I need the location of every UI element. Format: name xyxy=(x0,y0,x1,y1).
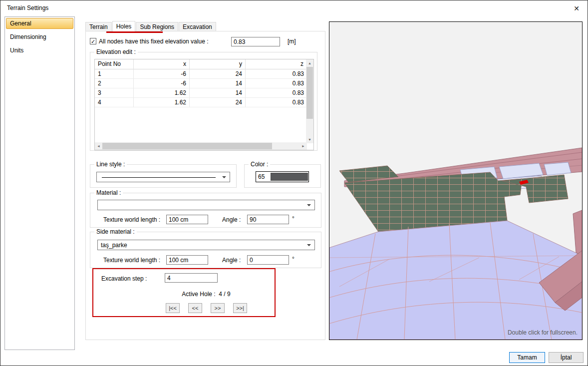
sidebar-item-dimensioning[interactable]: Dimensioning xyxy=(6,31,73,42)
cancel-button[interactable]: İptal xyxy=(549,352,584,363)
material-group: Material : Texture world length : Angle … xyxy=(90,193,321,228)
line-style-combobox[interactable] xyxy=(96,172,230,182)
table-row[interactable]: 1 -6 24 0.83 xyxy=(95,69,307,79)
terrain-3d-scene xyxy=(329,22,582,340)
color-value[interactable]: 65 xyxy=(257,173,271,180)
last-hole-button[interactable]: >>| xyxy=(233,303,247,313)
side-material-title: Side material : xyxy=(94,228,137,235)
elevation-table: Point No x y z 1 -6 24 0.83 2 -6 14 xyxy=(94,59,314,150)
cell[interactable]: 4 xyxy=(95,98,134,107)
excavation-step-label: Excavation step : xyxy=(101,275,147,282)
table-header-row: Point No x y z xyxy=(95,59,307,69)
scroll-up-icon[interactable]: ▲ xyxy=(306,59,313,67)
table-row[interactable]: 3 1.62 14 0.83 xyxy=(95,88,307,98)
cell[interactable]: 1.62 xyxy=(134,88,190,98)
table-row[interactable]: 4 1.62 24 0.83 xyxy=(95,98,307,107)
side-material-angle-unit: ° xyxy=(292,256,294,263)
vertical-scrollbar[interactable]: ▲ ▼ xyxy=(306,59,313,143)
cell[interactable]: 14 xyxy=(190,88,246,98)
scroll-right-icon[interactable]: ► xyxy=(299,142,307,150)
col-header-point-no[interactable]: Point No xyxy=(95,59,134,69)
cell[interactable]: -6 xyxy=(134,79,190,88)
active-hole-label: Active Hole : 4 / 9 xyxy=(141,291,271,298)
color-picker[interactable]: 65 xyxy=(256,171,309,182)
side-material-group: Side material : taş_parke Texture world … xyxy=(90,232,321,268)
cell[interactable]: 1 xyxy=(95,69,134,79)
excavation-nav-highlight: Excavation step : Active Hole : 4 / 9 |<… xyxy=(92,268,276,317)
fixed-elevation-unit: [m] xyxy=(288,38,296,45)
scroll-left-icon[interactable]: ◄ xyxy=(95,142,102,150)
col-header-y[interactable]: y xyxy=(190,59,246,69)
sidebar-item-general[interactable]: General xyxy=(6,18,73,29)
active-tab-underline xyxy=(106,31,163,33)
next-hole-button[interactable]: >> xyxy=(211,303,225,313)
cell[interactable]: 0.83 xyxy=(246,79,307,88)
scroll-down-icon[interactable]: ▼ xyxy=(306,136,313,143)
elevation-grid[interactable]: Point No x y z 1 -6 24 0.83 2 -6 14 xyxy=(95,59,307,143)
elevation-edit-title: Elevation edit : xyxy=(94,48,138,55)
cell[interactable]: 24 xyxy=(190,69,246,79)
line-style-group: Line style : xyxy=(90,164,237,188)
cell[interactable]: 0.83 xyxy=(246,98,307,107)
line-style-title: Line style : xyxy=(94,161,127,168)
elevation-edit-group: Elevation edit : Point No x y z 1 -6 24 … xyxy=(90,52,317,151)
material-texture-input[interactable] xyxy=(166,215,208,224)
line-style-sample xyxy=(102,177,216,178)
tab-sub-regions[interactable]: Sub Regions xyxy=(136,22,178,31)
material-title: Material : xyxy=(94,189,123,196)
cell[interactable]: 2 xyxy=(95,79,134,88)
cell[interactable]: -6 xyxy=(134,69,190,79)
cell[interactable]: 0.83 xyxy=(246,88,307,98)
material-texture-label: Texture world length : xyxy=(103,216,160,223)
material-angle-label: Angle : xyxy=(222,216,241,223)
tab-holes[interactable]: Holes xyxy=(112,21,136,31)
side-material-combobox[interactable]: taş_parke xyxy=(97,240,315,250)
side-material-texture-input[interactable] xyxy=(166,255,208,265)
table-row[interactable]: 2 -6 14 0.83 xyxy=(95,79,307,88)
color-title: Color : xyxy=(249,161,270,168)
material-angle-unit: ° xyxy=(292,215,294,222)
col-header-z[interactable]: z xyxy=(246,59,307,69)
window-title: Terrain Settings xyxy=(7,4,48,11)
cell[interactable]: 0.83 xyxy=(246,69,307,79)
ok-button[interactable]: Tamam xyxy=(509,352,545,363)
side-material-selected: taş_parke xyxy=(101,242,127,249)
col-header-x[interactable]: x xyxy=(134,59,190,69)
horizontal-scrollbar[interactable]: ◄ ► xyxy=(95,142,307,150)
cell[interactable]: 3 xyxy=(95,88,134,98)
side-material-angle-label: Angle : xyxy=(222,257,241,264)
chevron-down-icon xyxy=(222,176,226,178)
sidebar-item-units[interactable]: Units xyxy=(6,45,73,56)
check-icon: ✓ xyxy=(91,38,95,44)
horizontal-scroll-thumb[interactable] xyxy=(102,143,272,149)
vertical-scroll-thumb[interactable] xyxy=(306,67,313,119)
category-list: General Dimensioning Units xyxy=(4,16,75,350)
material-combobox[interactable] xyxy=(97,200,315,210)
first-hole-button[interactable]: |<< xyxy=(166,303,180,313)
chevron-down-icon xyxy=(307,204,311,206)
color-swatch[interactable] xyxy=(271,173,308,181)
tab-excavation[interactable]: Excavation xyxy=(179,22,216,31)
color-group: Color : 65 xyxy=(244,164,321,188)
fixed-elevation-input[interactable] xyxy=(231,37,280,46)
cell[interactable]: 14 xyxy=(190,79,246,88)
titlebar: Terrain Settings ✕ xyxy=(0,0,588,15)
fixed-elevation-checkbox[interactable]: ✓ xyxy=(90,38,96,44)
terrain-3d-preview[interactable]: Double click for fullscreen. xyxy=(329,21,583,340)
fixed-elevation-label: All nodes have this fixed elevation valu… xyxy=(99,38,208,45)
side-material-texture-label: Texture world length : xyxy=(103,257,160,264)
tab-strip: Terrain Holes Sub Regions Excavation xyxy=(85,21,217,31)
terrain-settings-dialog: Terrain Settings ✕ General Dimensioning … xyxy=(0,0,588,366)
close-icon[interactable]: ✕ xyxy=(572,3,582,13)
excavation-step-input[interactable] xyxy=(165,273,218,283)
cell[interactable]: 24 xyxy=(190,98,246,107)
tab-terrain[interactable]: Terrain xyxy=(85,22,112,31)
side-material-angle-input[interactable] xyxy=(247,255,289,265)
material-angle-input[interactable] xyxy=(247,215,289,224)
fullscreen-hint: Double click for fullscreen. xyxy=(508,329,578,336)
cell[interactable]: 1.62 xyxy=(134,98,190,107)
chevron-down-icon xyxy=(307,244,311,246)
holes-tab-page: ✓ All nodes have this fixed elevation va… xyxy=(85,31,325,340)
previous-hole-button[interactable]: << xyxy=(188,303,202,313)
